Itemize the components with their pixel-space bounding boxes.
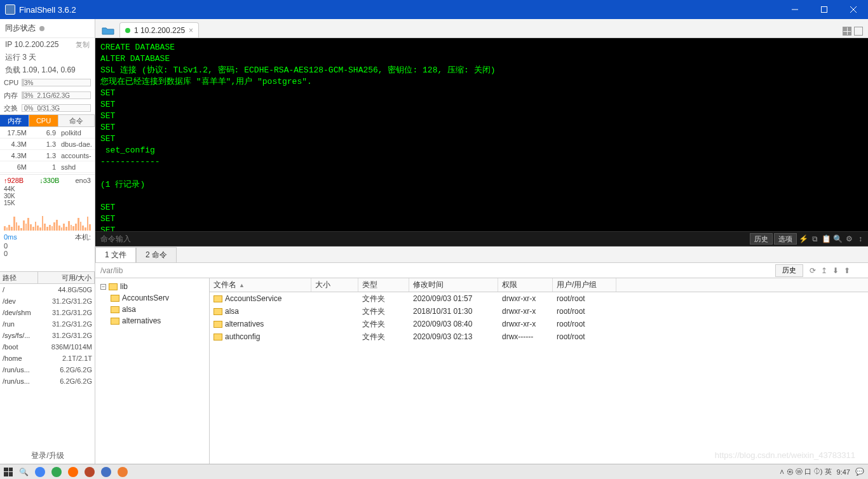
col-type[interactable]: 类型	[358, 278, 409, 292]
file-row[interactable]: authconfig 文件夹 2020/09/03 02:13 drwx----…	[210, 330, 868, 343]
minimize-button[interactable]	[780, 0, 810, 19]
disk-header: 路径 可用/大小	[0, 271, 95, 284]
metric-row: 内存 3% 2.1G/62.3G	[0, 89, 95, 102]
tree-item[interactable]: −lib	[98, 281, 207, 292]
copy-button[interactable]: 复制	[76, 40, 90, 50]
net-iface: eno3	[76, 177, 91, 184]
up-icon[interactable]: ↥	[821, 266, 827, 275]
metric-row: CPU 3%	[0, 76, 95, 89]
col-perm[interactable]: 权限	[498, 278, 553, 292]
col-date[interactable]: 修改时间	[409, 278, 498, 292]
folder-tree[interactable]: −lib AccountsServ alsa alternatives	[95, 278, 210, 464]
uptime-row: 运行 3 天	[0, 51, 95, 64]
single-pane-icon[interactable]	[854, 27, 863, 36]
folder-icon	[109, 283, 118, 290]
net-up: ↑928B	[4, 177, 24, 184]
metric-bar: 3%	[22, 79, 91, 86]
col-owner[interactable]: 用户/用户组	[553, 278, 616, 292]
folder-icon	[214, 321, 222, 328]
expand-icon[interactable]: ↕	[855, 234, 865, 244]
taskbar[interactable]: 🔍 ∧ ㉿ ⓦ 口 ⏀) 英 9:47 💬	[0, 464, 868, 479]
connection-tab[interactable]: 1 10.2.200.225 ×	[119, 22, 199, 37]
svg-rect-1	[822, 7, 827, 13]
path-history-button[interactable]: 历史	[775, 264, 803, 277]
col-name[interactable]: 文件名▲	[210, 278, 311, 292]
search-icon[interactable]: 🔍	[832, 234, 843, 244]
path-row: 历史 ⟳ ↥ ⬇ ⬆	[95, 263, 868, 278]
process-row[interactable]: 6M 1 sshd	[0, 161, 95, 173]
file-list: 文件名▲ 大小 类型 修改时间 权限 用户/用户组 AccountsServic…	[210, 278, 868, 464]
download-icon[interactable]: ⬇	[832, 266, 839, 275]
col-usage[interactable]: 可用/大小	[38, 272, 95, 283]
file-tab-commands[interactable]: 2 命令	[136, 247, 177, 262]
paste-icon[interactable]: 📋	[821, 234, 831, 244]
close-button[interactable]	[839, 0, 868, 19]
upload-icon[interactable]: ⬆	[844, 266, 850, 275]
login-button[interactable]: 登录/升级	[0, 448, 95, 464]
file-tab-files[interactable]: 1 文件	[95, 247, 136, 262]
notification-icon[interactable]: 💬	[855, 468, 864, 476]
close-tab-icon[interactable]: ×	[189, 26, 193, 35]
metric-bar: 0% 0/31.3G	[22, 104, 91, 112]
history-button[interactable]: 历史	[750, 233, 773, 245]
disk-row[interactable]: /run 31.2G/31.2G	[0, 318, 95, 330]
tree-item[interactable]: alsa	[98, 304, 207, 315]
path-input[interactable]	[95, 266, 775, 275]
firefox-icon[interactable]	[68, 467, 78, 477]
col-cmd[interactable]: 命令	[58, 115, 95, 126]
app-title: FinalShell 3.6.2	[19, 5, 780, 15]
tab-bar: 1 10.2.200.225 ×	[95, 19, 868, 38]
tree-item[interactable]: AccountsServ	[98, 292, 207, 304]
disk-row[interactable]: /home 2.1T/2.1T	[0, 353, 95, 364]
sync-dot-icon	[39, 26, 44, 31]
tray-icons[interactable]: ∧ ㉿ ⓦ 口 ⏀) 英	[779, 467, 832, 476]
chrome-icon-2[interactable]	[51, 467, 62, 477]
network-row: ↑928B ↓330B eno3	[0, 174, 95, 186]
folder-icon	[214, 308, 222, 315]
bolt-icon[interactable]: ⚡	[798, 234, 808, 244]
col-mem[interactable]: 内存	[0, 115, 29, 126]
maximize-button[interactable]	[810, 0, 839, 19]
process-row[interactable]: 4.3M 1.3 dbus-dae.	[0, 138, 95, 150]
ppt-icon[interactable]	[85, 467, 95, 477]
titlebar: FinalShell 3.6.2	[0, 0, 868, 19]
settings-icon[interactable]: ⚙	[844, 234, 854, 244]
disk-row[interactable]: / 44.8G/50G	[0, 284, 95, 295]
chrome-icon[interactable]	[35, 467, 45, 477]
open-folder-icon[interactable]	[99, 24, 117, 37]
zero-2: 0	[0, 250, 95, 257]
disk-row[interactable]: /run/us... 6.2G/6.2G	[0, 364, 95, 375]
refresh-icon[interactable]: ⟳	[810, 266, 816, 275]
terminal[interactable]: CREATE DATABASE ALTER DATABASE SSL 连接 (协…	[95, 38, 868, 231]
file-row[interactable]: alsa 文件夹 2018/10/31 01:30 drwxr-xr-x roo…	[210, 305, 868, 318]
col-cpu[interactable]: CPU	[29, 115, 58, 126]
tree-item[interactable]: alternatives	[98, 315, 207, 327]
clock[interactable]: 9:47	[837, 468, 850, 476]
sidebar: 同步状态 IP 10.2.200.225 复制 运行 3 天 负载 1.09, …	[0, 19, 95, 464]
folder-icon	[111, 318, 119, 325]
sync-label: 同步状态	[5, 23, 36, 34]
app-icon-2[interactable]	[118, 467, 128, 477]
right-panel: 1 10.2.200.225 × CREATE DATABASE ALTER D…	[95, 19, 868, 464]
copy-icon[interactable]: ⧉	[810, 234, 820, 244]
disk-row[interactable]: /sys/fs/... 31.2G/31.2G	[0, 330, 95, 341]
search-taskbar-icon[interactable]: 🔍	[19, 468, 29, 476]
grid-icon[interactable]	[843, 27, 851, 36]
process-row[interactable]: 4.3M 1.3 accounts-	[0, 150, 95, 161]
app-icon-1[interactable]	[101, 467, 111, 477]
start-icon[interactable]	[4, 468, 13, 476]
file-row[interactable]: alternatives 文件夹 2020/09/03 08:40 drwxr-…	[210, 318, 868, 330]
disk-row[interactable]: /run/us... 6.2G/6.2G	[0, 375, 95, 387]
ip-label: IP 10.2.200.225	[5, 40, 59, 49]
options-button[interactable]: 选项	[774, 233, 797, 245]
file-tabs: 1 文件 2 命令	[95, 246, 868, 263]
file-row[interactable]: AccountsService 文件夹 2020/09/03 01:57 drw…	[210, 292, 868, 305]
disk-row[interactable]: /dev 31.2G/31.2G	[0, 295, 95, 307]
process-row[interactable]: 17.5M 6.9 polkitd	[0, 127, 95, 138]
col-size[interactable]: 大小	[311, 278, 358, 292]
disk-row[interactable]: /boot 836M/1014M	[0, 341, 95, 353]
disk-row[interactable]: /dev/shm 31.2G/31.2G	[0, 307, 95, 318]
col-path[interactable]: 路径	[0, 272, 38, 283]
command-input[interactable]	[95, 234, 747, 243]
zero-1: 0	[0, 242, 95, 250]
